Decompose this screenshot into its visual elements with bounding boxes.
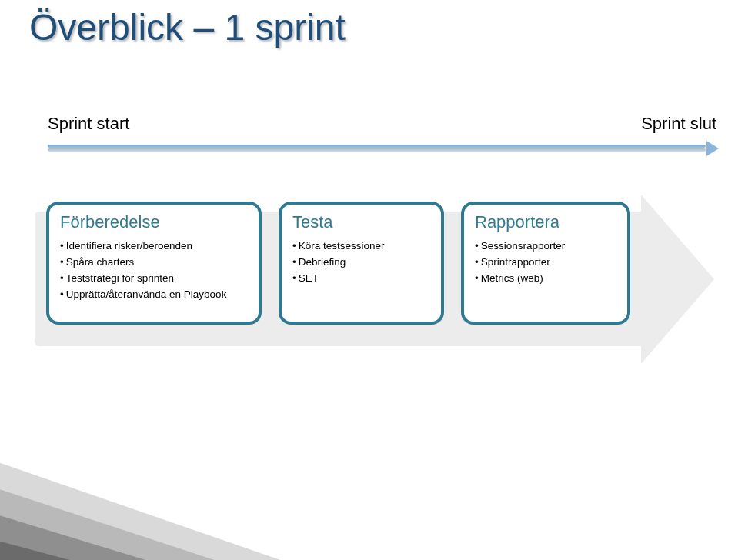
- svg-marker-0: [0, 452, 369, 560]
- list-item: SET: [292, 271, 430, 287]
- card-items: Köra testsessioner Debriefing SET: [292, 238, 430, 287]
- list-item: Identifiera risker/beroenden: [60, 238, 248, 255]
- list-item: Upprätta/återanvända en Playbook: [60, 287, 248, 303]
- svg-marker-1: [0, 479, 308, 560]
- list-item: Köra testsessioner: [292, 238, 430, 255]
- label-sprint-start: Sprint start: [48, 114, 129, 134]
- slide-title: Överblick – 1 sprint: [29, 6, 346, 48]
- card-title: Förberedelse: [60, 212, 248, 232]
- timeline-arrow: [48, 145, 717, 152]
- card-rapportera: Rapportera Sessionsrapporter Sprintrappo…: [461, 202, 630, 325]
- svg-marker-3: [0, 533, 185, 560]
- svg-marker-2: [0, 506, 246, 560]
- decorative-wedge: [0, 406, 369, 560]
- arrowhead-icon: [706, 141, 719, 156]
- list-item: Teststrategi för sprinten: [60, 271, 248, 287]
- list-item: Spåra charters: [60, 255, 248, 271]
- label-sprint-end: Sprint slut: [641, 114, 716, 134]
- card-items: Identifiera risker/beroenden Spåra chart…: [60, 238, 248, 303]
- list-item: Debriefing: [292, 255, 430, 271]
- card-title: Testa: [292, 212, 430, 232]
- list-item: Sprintrapporter: [475, 255, 616, 271]
- card-forberedelse: Förberedelse Identifiera risker/beroende…: [46, 202, 262, 325]
- card-title: Rapportera: [475, 212, 616, 232]
- card-testa: Testa Köra testsessioner Debriefing SET: [279, 202, 444, 325]
- list-item: Sessionsrapporter: [475, 238, 616, 255]
- list-item: Metrics (web): [475, 271, 616, 287]
- card-row: Förberedelse Identifiera risker/beroende…: [46, 202, 630, 325]
- card-items: Sessionsrapporter Sprintrapporter Metric…: [475, 238, 616, 287]
